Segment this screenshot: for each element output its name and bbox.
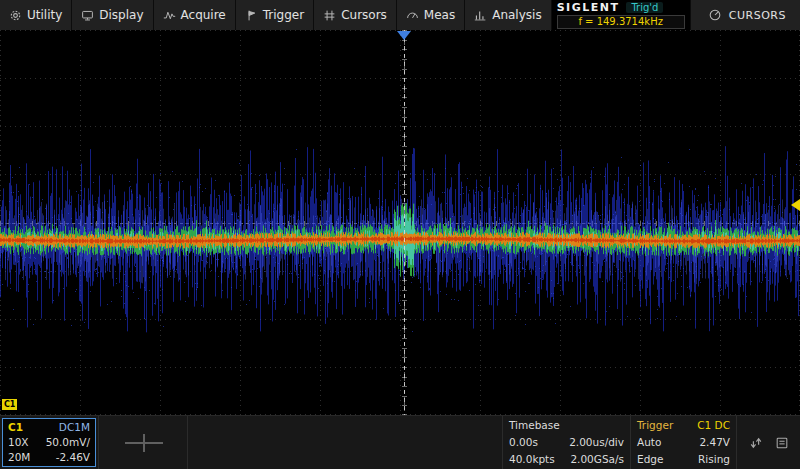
trigger-mode: Auto [637,436,661,449]
timebase-delay: 0.00s [509,436,538,449]
menu-trigger-label: Trigger [263,8,304,22]
cursors-panel-button[interactable]: CURSORS [690,0,800,30]
menu-utility-label: Utility [27,8,62,22]
trigger-panel[interactable]: Trigger C1 DC Auto 2.47V Edge Rising [630,416,736,469]
trigger-mode-row: Auto 2.47V [637,436,730,449]
timebase-sample-rate: 2.00GSa/s [570,453,624,466]
menu-list-icon[interactable] [775,436,789,450]
frequency-counter-readout: f = 149.3714kHz [557,15,685,29]
timebase-memory-row: 40.0kpts 2.00GSa/s [509,453,624,466]
channel-offset-marker[interactable]: C1 [2,399,17,410]
trigger-slope: Rising [698,453,730,466]
menu-cursors-label: Cursors [341,8,387,22]
waveform-canvas [0,30,800,415]
timebase-panel[interactable]: Timebase 0.00s 2.00us/div 40.0kpts 2.00G… [502,416,630,469]
plus-icon [143,434,145,452]
bars-icon [474,9,487,22]
menu-acquire[interactable]: Acquire [154,0,236,30]
menu-analysis-label: Analysis [492,8,541,22]
menu-cursors[interactable]: Cursors [314,0,397,30]
menu-bar: Utility Display Acquire Trigger Cursors … [0,0,800,30]
gear-icon [9,9,22,22]
display-icon [81,9,94,22]
trigger-position-marker[interactable] [397,31,411,40]
channel-coupling: DC1M [59,421,90,434]
timebase-memory: 40.0kpts [509,453,555,466]
trigger-status-badge: Trig'd [626,2,663,13]
timebase-scale: 2.00us/div [569,436,624,449]
menu-display[interactable]: Display [72,0,153,30]
waveform-area: C1 [0,30,800,415]
menu-analysis[interactable]: Analysis [465,0,551,30]
timebase-header-row: Timebase [509,419,624,432]
menu-utility[interactable]: Utility [0,0,72,30]
channel-scale-row: 10X 50.0mV/ [8,436,90,449]
channel-offset-row: 20M -2.46V [8,451,90,464]
cursors-label: CURSORS [729,9,786,22]
menu-meas[interactable]: Meas [397,0,465,30]
oscilloscope-screen: Utility Display Acquire Trigger Cursors … [0,0,800,469]
timebase-scale-row: 0.00s 2.00us/div [509,436,624,449]
channel-panel[interactable]: C1 DC1M 10X 50.0mV/ 20M -2.46V [2,418,96,467]
brand-logo: SIGLENT [557,1,620,14]
status-bar: C1 DC1M 10X 50.0mV/ 20M -2.46V Timebase [0,415,800,469]
trigger-type: Edge [637,453,663,466]
trigger-level: 2.47V [699,436,730,449]
gauge-icon [406,9,419,22]
trigger-source: C1 DC [697,419,730,432]
channel-name: C1 [8,421,23,434]
knob-icon [708,8,722,22]
menu-display-label: Display [99,8,143,22]
trigger-type-row: Edge Rising [637,453,730,466]
trigger-level-marker[interactable] [791,199,800,211]
channel-offset-value: -2.46V [56,451,90,464]
add-channel-button[interactable] [98,416,188,469]
waveform-icon [163,9,176,22]
statusbar-spacer [188,416,502,469]
flag-icon [245,9,258,22]
menu-meas-label: Meas [424,8,455,22]
updown-arrows-icon[interactable] [749,436,763,450]
cursors-icon [323,9,336,22]
channel-volts-per-div: 50.0mV/ [46,436,90,449]
brand-zone: SIGLENT Trig'd f = 149.3714kHz [552,0,690,30]
trigger-header-row: Trigger C1 DC [637,419,730,432]
menu-acquire-label: Acquire [181,8,226,22]
trigger-label: Trigger [637,419,673,432]
menu-trigger[interactable]: Trigger [236,0,314,30]
channel-header-row: C1 DC1M [8,421,90,434]
timebase-label: Timebase [509,419,560,432]
channel-bandwidth: 20M [8,451,30,464]
channel-attenuation: 10X [8,436,29,449]
statusbar-icons [736,416,800,469]
